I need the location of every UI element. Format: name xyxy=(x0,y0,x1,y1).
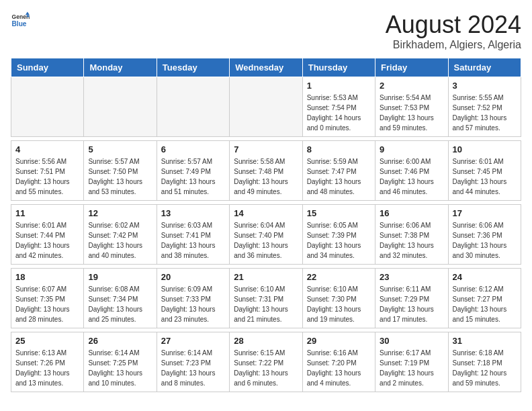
day-info: Sunrise: 6:12 AM Sunset: 7:27 PM Dayligh… xyxy=(453,284,517,324)
calendar-cell: 29Sunrise: 6:16 AM Sunset: 7:20 PM Dayli… xyxy=(302,332,375,392)
calendar-cell: 3Sunrise: 5:55 AM Sunset: 7:52 PM Daylig… xyxy=(448,77,521,137)
calendar-cell: 10Sunrise: 6:01 AM Sunset: 7:45 PM Dayli… xyxy=(448,141,521,201)
calendar-cell: 20Sunrise: 6:09 AM Sunset: 7:33 PM Dayli… xyxy=(157,269,229,328)
day-number: 6 xyxy=(161,144,225,154)
day-info: Sunrise: 6:17 AM Sunset: 7:19 PM Dayligh… xyxy=(380,348,443,388)
calendar-cell: 19Sunrise: 6:08 AM Sunset: 7:34 PM Dayli… xyxy=(84,269,157,328)
day-number: 11 xyxy=(15,208,79,218)
calendar-cell: 23Sunrise: 6:11 AM Sunset: 7:29 PM Dayli… xyxy=(375,269,448,328)
calendar-cell xyxy=(84,77,157,137)
calendar-cell: 5Sunrise: 5:57 AM Sunset: 7:50 PM Daylig… xyxy=(84,141,157,201)
calendar-week-row: 25Sunrise: 6:13 AM Sunset: 7:26 PM Dayli… xyxy=(11,332,521,392)
day-info: Sunrise: 5:57 AM Sunset: 7:49 PM Dayligh… xyxy=(161,156,225,197)
day-number: 7 xyxy=(234,144,298,154)
day-number: 8 xyxy=(307,144,371,154)
day-number: 18 xyxy=(15,272,79,282)
calendar-table: SundayMondayTuesdayWednesdayThursdayFrid… xyxy=(11,58,521,392)
day-info: Sunrise: 6:03 AM Sunset: 7:41 PM Dayligh… xyxy=(161,220,225,261)
day-info: Sunrise: 5:59 AM Sunset: 7:47 PM Dayligh… xyxy=(307,156,371,197)
weekday-header-tuesday: Tuesday xyxy=(157,58,229,77)
day-number: 2 xyxy=(380,81,443,91)
calendar-cell xyxy=(230,77,302,137)
day-info: Sunrise: 6:10 AM Sunset: 7:31 PM Dayligh… xyxy=(234,284,298,324)
weekday-header-friday: Friday xyxy=(375,58,448,77)
day-info: Sunrise: 6:11 AM Sunset: 7:29 PM Dayligh… xyxy=(380,284,443,324)
day-number: 28 xyxy=(234,336,298,346)
day-info: Sunrise: 6:07 AM Sunset: 7:35 PM Dayligh… xyxy=(15,284,79,324)
calendar-cell: 4Sunrise: 5:56 AM Sunset: 7:51 PM Daylig… xyxy=(11,141,84,201)
calendar-cell: 17Sunrise: 6:06 AM Sunset: 7:36 PM Dayli… xyxy=(448,205,521,265)
day-number: 31 xyxy=(453,336,517,346)
day-number: 21 xyxy=(234,272,298,282)
calendar-cell: 14Sunrise: 6:04 AM Sunset: 7:40 PM Dayli… xyxy=(230,205,302,265)
calendar-cell: 2Sunrise: 5:54 AM Sunset: 7:53 PM Daylig… xyxy=(375,77,448,137)
day-number: 13 xyxy=(161,208,225,218)
weekday-header-wednesday: Wednesday xyxy=(230,58,302,77)
weekday-header-sunday: Sunday xyxy=(11,58,84,77)
day-info: Sunrise: 6:16 AM Sunset: 7:20 PM Dayligh… xyxy=(307,348,371,388)
day-number: 24 xyxy=(453,272,517,282)
calendar-cell: 30Sunrise: 6:17 AM Sunset: 7:19 PM Dayli… xyxy=(375,332,448,392)
day-info: Sunrise: 6:15 AM Sunset: 7:22 PM Dayligh… xyxy=(234,348,298,388)
day-number: 22 xyxy=(307,272,371,282)
calendar-week-row: 18Sunrise: 6:07 AM Sunset: 7:35 PM Dayli… xyxy=(11,269,521,328)
day-info: Sunrise: 5:57 AM Sunset: 7:50 PM Dayligh… xyxy=(88,156,152,197)
calendar-cell: 12Sunrise: 6:02 AM Sunset: 7:42 PM Dayli… xyxy=(84,205,157,265)
day-info: Sunrise: 6:00 AM Sunset: 7:46 PM Dayligh… xyxy=(380,156,443,197)
day-info: Sunrise: 6:06 AM Sunset: 7:36 PM Dayligh… xyxy=(453,220,517,261)
calendar-cell: 1Sunrise: 5:53 AM Sunset: 7:54 PM Daylig… xyxy=(302,77,375,137)
day-info: Sunrise: 6:09 AM Sunset: 7:33 PM Dayligh… xyxy=(161,284,225,324)
day-number: 30 xyxy=(380,336,443,346)
logo: General Blue General Blue xyxy=(11,11,30,30)
day-info: Sunrise: 5:56 AM Sunset: 7:51 PM Dayligh… xyxy=(15,156,79,197)
title-area: August 2024 Birkhadem, Algiers, Algeria xyxy=(386,11,521,51)
calendar-cell: 11Sunrise: 6:01 AM Sunset: 7:44 PM Dayli… xyxy=(11,205,84,265)
calendar-cell: 26Sunrise: 6:14 AM Sunset: 7:25 PM Dayli… xyxy=(84,332,157,392)
weekday-header-monday: Monday xyxy=(84,58,157,77)
day-number: 20 xyxy=(161,272,225,282)
day-info: Sunrise: 5:53 AM Sunset: 7:54 PM Dayligh… xyxy=(307,93,371,133)
weekday-header-row: SundayMondayTuesdayWednesdayThursdayFrid… xyxy=(11,58,521,77)
day-info: Sunrise: 6:14 AM Sunset: 7:25 PM Dayligh… xyxy=(88,348,152,388)
day-info: Sunrise: 6:01 AM Sunset: 7:45 PM Dayligh… xyxy=(453,156,517,197)
day-info: Sunrise: 6:10 AM Sunset: 7:30 PM Dayligh… xyxy=(307,284,371,324)
day-number: 12 xyxy=(88,208,152,218)
day-number: 1 xyxy=(307,81,371,91)
calendar-cell: 28Sunrise: 6:15 AM Sunset: 7:22 PM Dayli… xyxy=(230,332,302,392)
day-number: 25 xyxy=(15,336,79,346)
weekday-header-thursday: Thursday xyxy=(302,58,375,77)
calendar-cell: 25Sunrise: 6:13 AM Sunset: 7:26 PM Dayli… xyxy=(11,332,84,392)
day-number: 17 xyxy=(453,208,517,218)
calendar-cell: 8Sunrise: 5:59 AM Sunset: 7:47 PM Daylig… xyxy=(302,141,375,201)
day-info: Sunrise: 6:02 AM Sunset: 7:42 PM Dayligh… xyxy=(88,220,152,261)
day-number: 27 xyxy=(161,336,225,346)
calendar-cell: 18Sunrise: 6:07 AM Sunset: 7:35 PM Dayli… xyxy=(11,269,84,328)
day-info: Sunrise: 6:13 AM Sunset: 7:26 PM Dayligh… xyxy=(15,348,79,388)
day-info: Sunrise: 6:08 AM Sunset: 7:34 PM Dayligh… xyxy=(88,284,152,324)
day-number: 19 xyxy=(88,272,152,282)
calendar-cell: 15Sunrise: 6:05 AM Sunset: 7:39 PM Dayli… xyxy=(302,205,375,265)
day-number: 10 xyxy=(453,144,517,154)
page-header: General Blue General Blue August 2024 Bi… xyxy=(11,11,521,51)
calendar-cell: 27Sunrise: 6:14 AM Sunset: 7:23 PM Dayli… xyxy=(157,332,229,392)
calendar-cell: 16Sunrise: 6:06 AM Sunset: 7:38 PM Dayli… xyxy=(375,205,448,265)
calendar-cell: 6Sunrise: 5:57 AM Sunset: 7:49 PM Daylig… xyxy=(157,141,229,201)
calendar-cell: 21Sunrise: 6:10 AM Sunset: 7:31 PM Dayli… xyxy=(230,269,302,328)
day-info: Sunrise: 6:06 AM Sunset: 7:38 PM Dayligh… xyxy=(380,220,443,261)
day-info: Sunrise: 6:18 AM Sunset: 7:18 PM Dayligh… xyxy=(453,348,517,388)
calendar-cell: 22Sunrise: 6:10 AM Sunset: 7:30 PM Dayli… xyxy=(302,269,375,328)
day-number: 4 xyxy=(15,144,79,154)
calendar-week-row: 4Sunrise: 5:56 AM Sunset: 7:51 PM Daylig… xyxy=(11,141,521,201)
calendar-cell: 13Sunrise: 6:03 AM Sunset: 7:41 PM Dayli… xyxy=(157,205,229,265)
day-number: 9 xyxy=(380,144,443,154)
day-info: Sunrise: 6:05 AM Sunset: 7:39 PM Dayligh… xyxy=(307,220,371,261)
calendar-cell: 9Sunrise: 6:00 AM Sunset: 7:46 PM Daylig… xyxy=(375,141,448,201)
day-number: 5 xyxy=(88,144,152,154)
day-info: Sunrise: 6:01 AM Sunset: 7:44 PM Dayligh… xyxy=(15,220,79,261)
day-number: 15 xyxy=(307,208,371,218)
weekday-header-saturday: Saturday xyxy=(448,58,521,77)
day-info: Sunrise: 5:58 AM Sunset: 7:48 PM Dayligh… xyxy=(234,156,298,197)
day-info: Sunrise: 5:54 AM Sunset: 7:53 PM Dayligh… xyxy=(380,93,443,133)
month-title: August 2024 xyxy=(386,11,521,39)
calendar-week-row: 1Sunrise: 5:53 AM Sunset: 7:54 PM Daylig… xyxy=(11,77,521,137)
